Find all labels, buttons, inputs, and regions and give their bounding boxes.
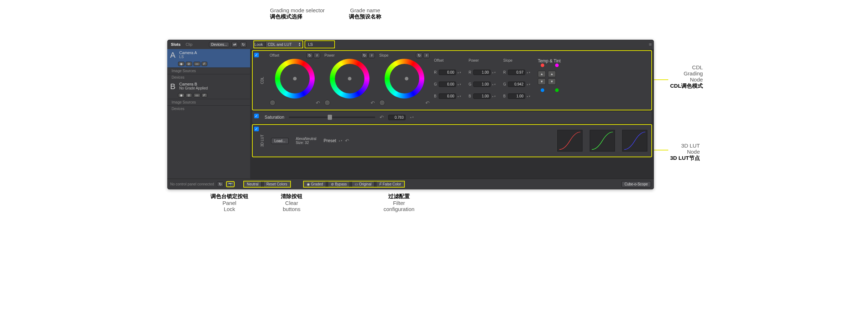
content: ✓ CDL Offset ↻♯ ↶ Power ↻ [250, 49, 654, 179]
power-label: Power [324, 53, 335, 57]
lut-preset-stepper[interactable]: ▲▼ [338, 140, 343, 142]
cdl-node: ✓ CDL Offset ↻♯ ↶ Power ↻ [252, 51, 652, 110]
panel-refresh-icon[interactable]: ↻ [217, 181, 223, 187]
power-g-input[interactable]: 1.00 [473, 82, 491, 87]
saturation-value-input[interactable]: 0.783 [388, 115, 406, 120]
saturation-node: ✓ Saturation ↶ 0.783▲▼ [252, 111, 652, 123]
slot-b-grade: No Grade Applied [179, 86, 208, 90]
slot-b-graded-icon[interactable]: ◉ [178, 93, 185, 97]
lut-enable-checkbox[interactable]: ✓ [254, 127, 259, 131]
offset-sliders-icon[interactable]: ♯ [314, 53, 320, 58]
annot-clear-cn: 清除按钮 [281, 193, 302, 200]
slope-reset-icon[interactable]: ↻ [416, 53, 422, 58]
slot-b-false-color-icon[interactable]: F [201, 93, 207, 97]
neutral-button[interactable]: Neutral [244, 181, 262, 187]
slope-g-input[interactable]: 0.942 [508, 82, 525, 87]
sat-enable-checkbox[interactable]: ✓ [254, 114, 259, 118]
slot-b-original-icon[interactable]: ▭ [194, 93, 200, 97]
offset-rgb-label: Offset [434, 58, 461, 62]
slope-b-input[interactable]: 1.00 [508, 93, 525, 99]
saturation-undo-icon[interactable]: ↶ [380, 114, 384, 120]
slot-a-bypass-icon[interactable]: ⊘ [186, 62, 192, 66]
lut-node: ✓ 3D LUT Load... AlexaNeutral Size: 32 P… [252, 124, 652, 157]
annot-grade-name-en: Grade name [349, 7, 381, 13]
annot-grade-name-cn: 调色预设名称 [349, 13, 381, 20]
slot-b-devices[interactable]: Devices [167, 105, 250, 112]
false-color-button[interactable]: F False Color [376, 181, 404, 187]
slope-sliders-icon[interactable]: ♯ [423, 53, 430, 58]
look-label: Look [254, 42, 263, 47]
tab-clip[interactable]: Clip [184, 42, 194, 47]
offset-undo-icon[interactable]: ↶ [316, 100, 320, 106]
hamburger-icon[interactable]: ≡ [649, 41, 652, 47]
tab-slots[interactable]: Slots [169, 42, 182, 47]
offset-label: Offset [270, 53, 279, 57]
bypass-button[interactable]: ⊘ Bypass [328, 181, 350, 187]
slot-b-bypass-icon[interactable]: ⊘ [186, 93, 192, 97]
cdl-vertical-label: CDL [260, 51, 267, 110]
temp-up-button[interactable]: ▲ [538, 71, 546, 77]
annot-cdl-cn: CDL调色模式 [670, 83, 703, 89]
power-rgb-label: Power [469, 58, 496, 62]
annot-grading-mode-cn: 调色模式选择 [270, 13, 325, 20]
reset-colors-button[interactable]: Reset Colors [263, 181, 291, 187]
grade-name-input[interactable] [305, 41, 334, 48]
topbar: Slots Clip Devices... ⇄ ↻ Look CDL and L… [167, 40, 654, 49]
tint-magenta-dot [555, 63, 559, 67]
grading-mode-selector[interactable]: CDL and LUT▴▾ [265, 41, 302, 48]
lut-preset-label: Preset [324, 138, 336, 143]
annot-lut-cn: 3D LUT节点 [670, 155, 700, 162]
tint-up-button[interactable]: ▲ [548, 71, 556, 77]
slot-a-graded-icon[interactable]: ◉ [178, 62, 185, 66]
devices-button[interactable]: Devices... [209, 42, 229, 47]
slope-master-knob[interactable] [379, 100, 385, 106]
slope-rgb-label: Slope [503, 58, 531, 62]
offset-g-input[interactable]: 0.00 [439, 82, 456, 87]
tint-down-button[interactable]: ▼ [548, 78, 556, 85]
temp-down-button[interactable]: ▼ [538, 78, 546, 85]
cube-o-scope-button[interactable]: Cube-o-Scope [621, 181, 651, 187]
saturation-label: Saturation [265, 115, 284, 120]
original-button[interactable]: ▭ Original [351, 181, 375, 187]
slot-a-false-color-icon[interactable]: F [201, 62, 207, 66]
power-undo-icon[interactable]: ↶ [371, 100, 375, 106]
panel-lock-button[interactable]: 📷 [226, 181, 234, 187]
lut-load-button[interactable]: Load... [271, 138, 289, 144]
link-icon[interactable]: ⇄ [231, 42, 238, 47]
refresh-icon[interactable]: ↻ [240, 42, 247, 47]
sidebar: A Camera A LS ◉ ⊘ ▭ F Image Sources Devi… [167, 49, 250, 179]
slot-a-original-icon[interactable]: ▭ [194, 62, 200, 66]
power-wheel[interactable] [330, 59, 369, 98]
annot-filter-cn: 过滤配置 [384, 193, 415, 200]
offset-r-input[interactable]: 0.00 [439, 70, 456, 75]
slope-undo-icon[interactable]: ↶ [425, 100, 430, 106]
lut-curve-green [590, 130, 615, 152]
slot-b-name: Camera B [179, 82, 208, 86]
offset-master-knob[interactable] [270, 100, 275, 106]
saturation-slider[interactable] [289, 117, 375, 118]
power-b-input[interactable]: 1.00 [473, 93, 491, 99]
cdl-enable-checkbox[interactable]: ✓ [254, 53, 259, 57]
graded-button[interactable]: ◉ Graded [304, 181, 326, 187]
tint-green-dot [555, 88, 559, 92]
slot-b-sources[interactable]: Image Sources [167, 99, 250, 105]
power-reset-icon[interactable]: ↻ [361, 53, 368, 58]
lut-undo-icon[interactable]: ↶ [345, 138, 349, 144]
annot-lut-en: 3D LUT [670, 143, 700, 149]
slot-b[interactable]: B Camera B No Grade Applied ◉ ⊘ ▭ F [167, 80, 250, 99]
offset-reset-icon[interactable]: ↻ [306, 53, 313, 58]
offset-b-input[interactable]: 0.00 [439, 93, 456, 99]
slope-wheel[interactable] [385, 59, 424, 98]
power-r-input[interactable]: 1.00 [473, 70, 491, 75]
lut-vertical-label: 3D LUT [260, 124, 267, 157]
slot-a[interactable]: A Camera A LS ◉ ⊘ ▭ F [167, 49, 250, 67]
slot-a-devices[interactable]: Devices [167, 74, 250, 80]
lut-name: AlexaNeutral [296, 137, 316, 141]
slot-a-sources[interactable]: Image Sources [167, 67, 250, 74]
slope-r-input[interactable]: 0.97 [508, 70, 525, 75]
offset-wheel[interactable] [275, 59, 315, 98]
power-master-knob[interactable] [324, 100, 330, 106]
app-window: Slots Clip Devices... ⇄ ↻ Look CDL and L… [167, 40, 654, 189]
power-sliders-icon[interactable]: ♯ [368, 53, 375, 58]
footer: No control panel connected ↻ 📷 Neutral R… [167, 179, 654, 189]
